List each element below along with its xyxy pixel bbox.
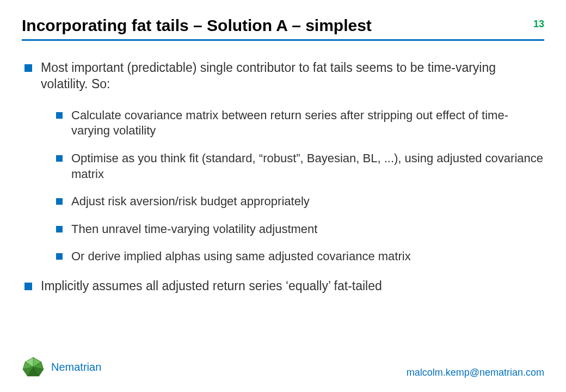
- bullet-level2: Then unravel time-varying volatility adj…: [56, 222, 544, 237]
- square-bullet-icon: [56, 112, 63, 119]
- bullet-text: Then unravel time-varying volatility adj…: [71, 222, 317, 237]
- slide-footer: Nematrian malcolm.kemp@nematrian.com: [22, 356, 544, 381]
- nematrian-logo-icon: [22, 356, 45, 378]
- square-bullet-icon: [56, 253, 63, 260]
- bullet-level2: Or derive implied alphas using same adju…: [56, 249, 544, 265]
- square-bullet-icon: [24, 64, 32, 72]
- bullet-level2: Calculate covariance matrix between retu…: [56, 108, 544, 139]
- bullet-level2: Adjust risk aversion/risk budget appropr…: [56, 194, 544, 210]
- bullet-level1: Most important (predictable) single cont…: [24, 60, 544, 93]
- square-bullet-icon: [56, 226, 63, 232]
- bullet-text: Adjust risk aversion/risk budget appropr…: [71, 194, 310, 210]
- bullet-level1: Implicitly assumes all adjusted return s…: [24, 278, 544, 295]
- sub-bullet-list: Calculate covariance matrix between retu…: [56, 108, 544, 265]
- footer-left: Nematrian: [22, 356, 101, 378]
- square-bullet-icon: [56, 155, 63, 162]
- bullet-text: Implicitly assumes all adjusted return s…: [41, 278, 382, 295]
- bullet-text: Most important (predictable) single cont…: [41, 60, 544, 93]
- contact-email: malcolm.kemp@nematrian.com: [407, 367, 544, 378]
- bullet-text: Calculate covariance matrix between retu…: [71, 108, 544, 139]
- slide-content: Most important (predictable) single cont…: [22, 60, 544, 356]
- slide-title: Incorporating fat tails – Solution A – s…: [22, 16, 372, 35]
- bullet-text: Optimise as you think fit (standard, “ro…: [71, 151, 544, 182]
- page-number: 13: [533, 19, 544, 30]
- square-bullet-icon: [24, 283, 32, 290]
- bullet-text: Or derive implied alphas using same adju…: [71, 249, 411, 265]
- square-bullet-icon: [56, 198, 63, 205]
- slide-container: Incorporating fat tails – Solution A – s…: [0, 0, 566, 392]
- bullet-level2: Optimise as you think fit (standard, “ro…: [56, 151, 544, 182]
- slide-header: Incorporating fat tails – Solution A – s…: [22, 16, 544, 41]
- brand-name: Nematrian: [51, 361, 101, 373]
